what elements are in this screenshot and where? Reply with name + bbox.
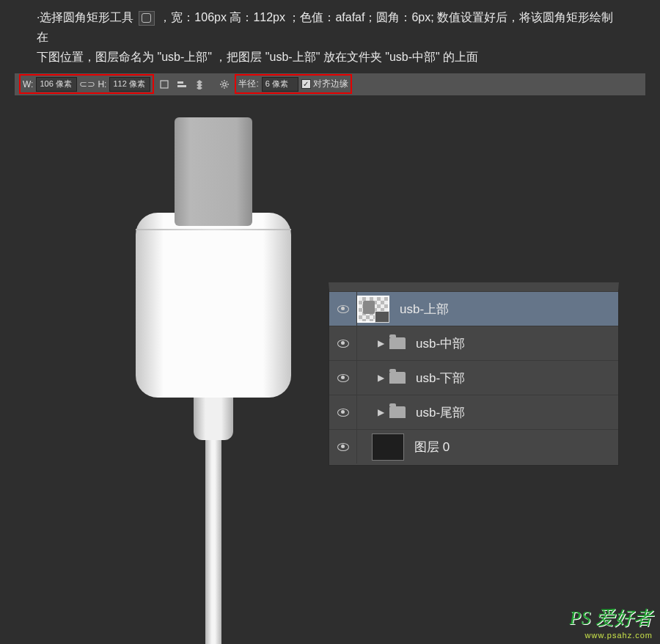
layer-row[interactable]: ▶ usb-尾部 bbox=[329, 395, 618, 429]
layer-thumbnail[interactable] bbox=[357, 296, 389, 323]
usb-body-shape bbox=[136, 213, 291, 398]
folder-icon bbox=[389, 337, 406, 349]
layer-name: 图层 0 bbox=[414, 439, 618, 455]
layer-row[interactable]: 图层 0 bbox=[329, 429, 618, 464]
instruction-text: ·选择圆角矩形工具 ，宽：106px 高：112px ；色值：afafaf；圆角… bbox=[0, 0, 660, 72]
layers-panel: usb-上部 ▶ usb-中部 ▶ usb-下部 ▶ usb-尾部 图层 0 bbox=[329, 282, 619, 466]
layer-name: usb-尾部 bbox=[416, 404, 618, 421]
layer-row[interactable]: ▶ usb-下部 bbox=[329, 360, 618, 395]
watermark-url: www.psahz.com bbox=[570, 631, 653, 640]
usb-top-shape bbox=[175, 117, 252, 226]
expand-icon[interactable]: ▶ bbox=[375, 337, 386, 349]
layer-row-selected[interactable]: usb-上部 bbox=[329, 291, 618, 326]
visibility-icon[interactable] bbox=[337, 443, 349, 451]
folder-icon bbox=[389, 372, 406, 384]
layer-name: usb-中部 bbox=[416, 335, 618, 352]
layer-name: usb-下部 bbox=[416, 370, 618, 387]
watermark: PS 爱好者 www.psahz.com bbox=[570, 605, 653, 640]
expand-icon[interactable]: ▶ bbox=[375, 372, 386, 384]
layer-thumbnail[interactable] bbox=[372, 433, 404, 461]
layer-row[interactable]: ▶ usb-中部 bbox=[329, 326, 618, 360]
folder-icon bbox=[389, 406, 406, 418]
usb-cable-shape bbox=[205, 437, 221, 644]
rounded-rect-tool-icon bbox=[139, 11, 155, 26]
canvas[interactable]: usb-上部 ▶ usb-中部 ▶ usb-下部 ▶ usb-尾部 图层 0 bbox=[0, 81, 660, 623]
watermark-title: PS 爱好者 bbox=[570, 605, 653, 631]
visibility-icon[interactable] bbox=[337, 374, 349, 382]
visibility-icon[interactable] bbox=[337, 409, 349, 417]
visibility-icon[interactable] bbox=[337, 305, 349, 313]
expand-icon[interactable]: ▶ bbox=[375, 406, 386, 418]
usb-neck-shape bbox=[194, 393, 233, 440]
layer-name: usb-上部 bbox=[400, 301, 618, 318]
visibility-icon[interactable] bbox=[337, 340, 349, 348]
